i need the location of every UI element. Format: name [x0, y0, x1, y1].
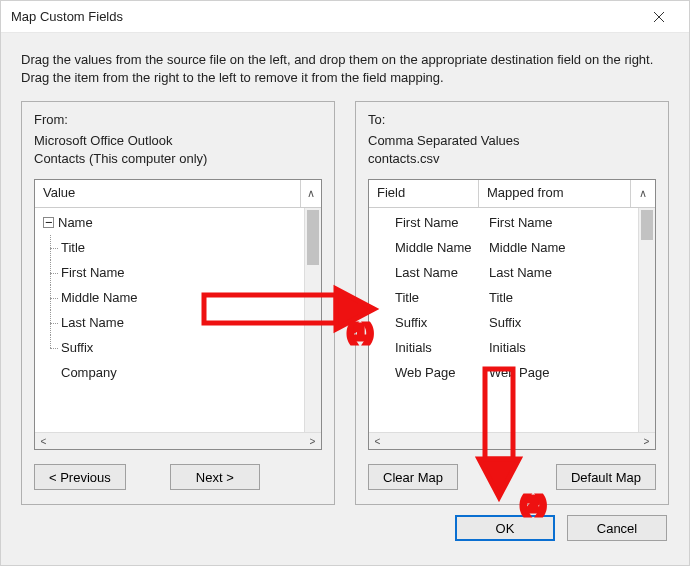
from-list-header: Value ∧: [35, 180, 321, 208]
table-row[interactable]: First NameFirst Name: [369, 210, 638, 235]
close-icon: [653, 11, 665, 23]
table-row[interactable]: SuffixSuffix: [369, 310, 638, 335]
tree-item-label: First Name: [61, 265, 125, 280]
to-header-mapped[interactable]: Mapped from: [479, 180, 631, 207]
tree-root-name[interactable]: − Name: [35, 210, 304, 235]
to-header-scroll-up[interactable]: ∧: [631, 180, 655, 207]
to-header-field[interactable]: Field: [369, 180, 479, 207]
scroll-left-icon[interactable]: <: [35, 433, 52, 450]
mapped-cell: Last Name: [479, 265, 638, 280]
dialog-bottom-buttons: OK Cancel: [1, 505, 689, 555]
to-horizontal-scrollbar[interactable]: < >: [369, 432, 655, 449]
to-vertical-scrollbar[interactable]: [638, 208, 655, 432]
ok-button[interactable]: OK: [455, 515, 555, 541]
mapped-cell: Web Page: [479, 365, 638, 380]
next-button[interactable]: Next >: [170, 464, 260, 490]
to-list-header: Field Mapped from ∧: [369, 180, 655, 208]
instructions-text: Drag the values from the source file on …: [1, 33, 689, 101]
mapped-cell: First Name: [479, 215, 638, 230]
table-row[interactable]: InitialsInitials: [369, 335, 638, 360]
to-list-rows: First NameFirst Name Middle NameMiddle N…: [369, 208, 638, 432]
field-cell: Suffix: [369, 315, 479, 330]
scrollbar-thumb[interactable]: [641, 210, 653, 240]
map-custom-fields-dialog: Map Custom Fields Drag the values from t…: [0, 0, 690, 566]
to-target: Comma Separated Values: [368, 133, 656, 148]
from-vertical-scrollbar[interactable]: [304, 208, 321, 432]
table-row[interactable]: Last NameLast Name: [369, 260, 638, 285]
mapped-cell: Title: [479, 290, 638, 305]
field-cell: First Name: [369, 215, 479, 230]
panels-container: From: Microsoft Office Outlook Contacts …: [1, 101, 689, 505]
table-row[interactable]: Middle NameMiddle Name: [369, 235, 638, 260]
field-cell: Title: [369, 290, 479, 305]
field-cell: Web Page: [369, 365, 479, 380]
tree-item-label: Last Name: [61, 315, 124, 330]
titlebar: Map Custom Fields: [1, 1, 689, 33]
mapped-cell: Initials: [479, 340, 638, 355]
default-map-button[interactable]: Default Map: [556, 464, 656, 490]
to-file: contacts.csv: [368, 151, 656, 166]
tree-branch-icon: [43, 310, 61, 335]
tree-item-label: Company: [61, 365, 117, 380]
tree-item-label: Title: [61, 240, 85, 255]
tree-item-label: Middle Name: [61, 290, 138, 305]
from-panel: From: Microsoft Office Outlook Contacts …: [21, 101, 335, 505]
tree-item-company[interactable]: Company: [35, 360, 304, 385]
from-list-rows: − Name Title First Name Middle Name: [35, 208, 304, 432]
tree-item-label: Suffix: [61, 340, 93, 355]
tree-item-title[interactable]: Title: [35, 235, 304, 260]
caret-up-icon: ∧: [307, 187, 315, 200]
tree-item-middle-name[interactable]: Middle Name: [35, 285, 304, 310]
tree-branch-icon: [43, 260, 61, 285]
tree-item-suffix[interactable]: Suffix: [35, 335, 304, 360]
close-button[interactable]: [639, 3, 679, 31]
from-source: Microsoft Office Outlook: [34, 133, 322, 148]
collapse-icon[interactable]: −: [43, 217, 54, 228]
from-subset: Contacts (This computer only): [34, 151, 322, 166]
scroll-right-icon[interactable]: >: [304, 433, 321, 450]
table-row[interactable]: Web PageWeb Page: [369, 360, 638, 385]
tree-item-first-name[interactable]: First Name: [35, 260, 304, 285]
cancel-button[interactable]: Cancel: [567, 515, 667, 541]
to-panel: To: Comma Separated Values contacts.csv …: [355, 101, 669, 505]
tree-item-last-name[interactable]: Last Name: [35, 310, 304, 335]
tree-branch-icon: [43, 235, 61, 260]
scroll-left-icon[interactable]: <: [369, 433, 386, 450]
caret-up-icon: ∧: [639, 187, 647, 200]
field-cell: Middle Name: [369, 240, 479, 255]
from-label: From:: [34, 112, 322, 127]
field-cell: Initials: [369, 340, 479, 355]
from-header-scroll-up[interactable]: ∧: [301, 180, 321, 207]
to-listbox[interactable]: Field Mapped from ∧ First NameFirst Name…: [368, 179, 656, 450]
field-cell: Last Name: [369, 265, 479, 280]
to-label: To:: [368, 112, 656, 127]
clear-map-button[interactable]: Clear Map: [368, 464, 458, 490]
previous-button[interactable]: < Previous: [34, 464, 126, 490]
from-header-value[interactable]: Value: [35, 180, 301, 207]
scroll-right-icon[interactable]: >: [638, 433, 655, 450]
tree-root-label: Name: [58, 215, 93, 230]
tree-branch-icon: [43, 335, 61, 360]
mapped-cell: Suffix: [479, 315, 638, 330]
scrollbar-thumb[interactable]: [307, 210, 319, 265]
tree-branch-icon: [43, 285, 61, 310]
from-horizontal-scrollbar[interactable]: < >: [35, 432, 321, 449]
table-row[interactable]: TitleTitle: [369, 285, 638, 310]
from-listbox[interactable]: Value ∧ − Name Title: [34, 179, 322, 450]
dialog-title: Map Custom Fields: [11, 9, 639, 24]
mapped-cell: Middle Name: [479, 240, 638, 255]
